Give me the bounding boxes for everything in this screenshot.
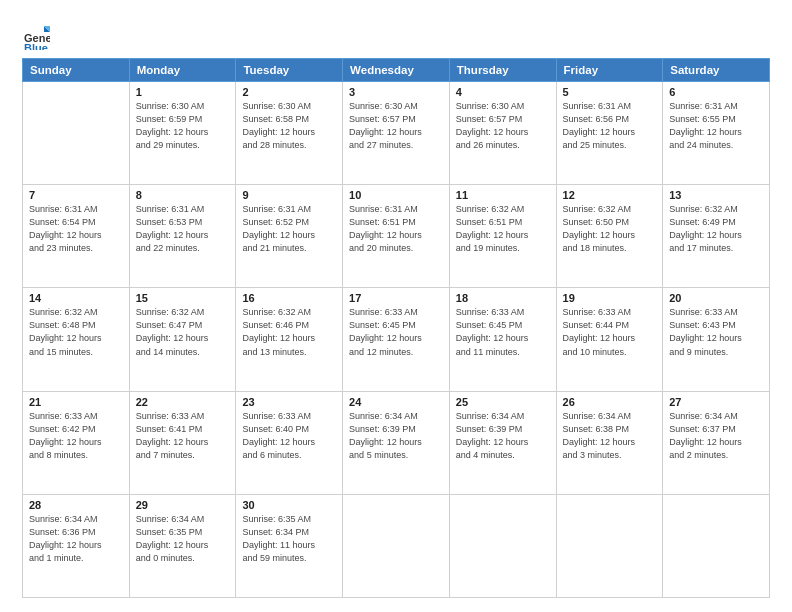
calendar-cell: 22Sunrise: 6:33 AM Sunset: 6:41 PM Dayli… — [129, 391, 236, 494]
day-number: 7 — [29, 189, 123, 201]
calendar-cell: 14Sunrise: 6:32 AM Sunset: 6:48 PM Dayli… — [23, 288, 130, 391]
day-info: Sunrise: 6:33 AM Sunset: 6:40 PM Dayligh… — [242, 410, 336, 462]
calendar-cell: 8Sunrise: 6:31 AM Sunset: 6:53 PM Daylig… — [129, 185, 236, 288]
day-info: Sunrise: 6:33 AM Sunset: 6:44 PM Dayligh… — [563, 306, 657, 358]
day-info: Sunrise: 6:31 AM Sunset: 6:51 PM Dayligh… — [349, 203, 443, 255]
week-row-2: 7Sunrise: 6:31 AM Sunset: 6:54 PM Daylig… — [23, 185, 770, 288]
day-info: Sunrise: 6:32 AM Sunset: 6:49 PM Dayligh… — [669, 203, 763, 255]
day-info: Sunrise: 6:31 AM Sunset: 6:54 PM Dayligh… — [29, 203, 123, 255]
weekday-header-tuesday: Tuesday — [236, 59, 343, 82]
day-number: 3 — [349, 86, 443, 98]
day-number: 16 — [242, 292, 336, 304]
day-number: 4 — [456, 86, 550, 98]
weekday-header-monday: Monday — [129, 59, 236, 82]
day-number: 9 — [242, 189, 336, 201]
calendar-cell: 26Sunrise: 6:34 AM Sunset: 6:38 PM Dayli… — [556, 391, 663, 494]
day-number: 28 — [29, 499, 123, 511]
day-info: Sunrise: 6:31 AM Sunset: 6:56 PM Dayligh… — [563, 100, 657, 152]
day-number: 19 — [563, 292, 657, 304]
calendar-cell: 24Sunrise: 6:34 AM Sunset: 6:39 PM Dayli… — [343, 391, 450, 494]
day-number: 14 — [29, 292, 123, 304]
day-info: Sunrise: 6:33 AM Sunset: 6:43 PM Dayligh… — [669, 306, 763, 358]
day-info: Sunrise: 6:31 AM Sunset: 6:52 PM Dayligh… — [242, 203, 336, 255]
day-number: 21 — [29, 396, 123, 408]
day-info: Sunrise: 6:34 AM Sunset: 6:36 PM Dayligh… — [29, 513, 123, 565]
day-number: 15 — [136, 292, 230, 304]
weekday-header-sunday: Sunday — [23, 59, 130, 82]
calendar-cell — [343, 494, 450, 597]
svg-text:Blue: Blue — [24, 42, 48, 50]
weekday-header-saturday: Saturday — [663, 59, 770, 82]
day-info: Sunrise: 6:30 AM Sunset: 6:59 PM Dayligh… — [136, 100, 230, 152]
day-info: Sunrise: 6:32 AM Sunset: 6:47 PM Dayligh… — [136, 306, 230, 358]
day-number: 11 — [456, 189, 550, 201]
day-info: Sunrise: 6:32 AM Sunset: 6:46 PM Dayligh… — [242, 306, 336, 358]
calendar-cell: 7Sunrise: 6:31 AM Sunset: 6:54 PM Daylig… — [23, 185, 130, 288]
day-info: Sunrise: 6:34 AM Sunset: 6:39 PM Dayligh… — [456, 410, 550, 462]
weekday-header-thursday: Thursday — [449, 59, 556, 82]
calendar-cell: 11Sunrise: 6:32 AM Sunset: 6:51 PM Dayli… — [449, 185, 556, 288]
day-info: Sunrise: 6:34 AM Sunset: 6:35 PM Dayligh… — [136, 513, 230, 565]
day-info: Sunrise: 6:33 AM Sunset: 6:41 PM Dayligh… — [136, 410, 230, 462]
day-number: 13 — [669, 189, 763, 201]
day-number: 17 — [349, 292, 443, 304]
calendar-cell: 10Sunrise: 6:31 AM Sunset: 6:51 PM Dayli… — [343, 185, 450, 288]
week-row-5: 28Sunrise: 6:34 AM Sunset: 6:36 PM Dayli… — [23, 494, 770, 597]
day-number: 6 — [669, 86, 763, 98]
calendar-cell: 30Sunrise: 6:35 AM Sunset: 6:34 PM Dayli… — [236, 494, 343, 597]
calendar-cell: 27Sunrise: 6:34 AM Sunset: 6:37 PM Dayli… — [663, 391, 770, 494]
logo: General Blue — [22, 22, 54, 50]
day-info: Sunrise: 6:31 AM Sunset: 6:53 PM Dayligh… — [136, 203, 230, 255]
calendar-cell: 4Sunrise: 6:30 AM Sunset: 6:57 PM Daylig… — [449, 82, 556, 185]
day-number: 12 — [563, 189, 657, 201]
calendar-cell: 1Sunrise: 6:30 AM Sunset: 6:59 PM Daylig… — [129, 82, 236, 185]
calendar-cell: 3Sunrise: 6:30 AM Sunset: 6:57 PM Daylig… — [343, 82, 450, 185]
day-number: 23 — [242, 396, 336, 408]
calendar-cell: 20Sunrise: 6:33 AM Sunset: 6:43 PM Dayli… — [663, 288, 770, 391]
calendar-cell: 25Sunrise: 6:34 AM Sunset: 6:39 PM Dayli… — [449, 391, 556, 494]
calendar-cell: 16Sunrise: 6:32 AM Sunset: 6:46 PM Dayli… — [236, 288, 343, 391]
day-number: 27 — [669, 396, 763, 408]
logo-icon: General Blue — [22, 22, 50, 50]
day-number: 29 — [136, 499, 230, 511]
day-info: Sunrise: 6:34 AM Sunset: 6:37 PM Dayligh… — [669, 410, 763, 462]
day-number: 20 — [669, 292, 763, 304]
day-number: 22 — [136, 396, 230, 408]
calendar-cell — [556, 494, 663, 597]
calendar-cell: 13Sunrise: 6:32 AM Sunset: 6:49 PM Dayli… — [663, 185, 770, 288]
calendar-cell: 2Sunrise: 6:30 AM Sunset: 6:58 PM Daylig… — [236, 82, 343, 185]
calendar-cell: 9Sunrise: 6:31 AM Sunset: 6:52 PM Daylig… — [236, 185, 343, 288]
day-info: Sunrise: 6:34 AM Sunset: 6:39 PM Dayligh… — [349, 410, 443, 462]
calendar-cell: 5Sunrise: 6:31 AM Sunset: 6:56 PM Daylig… — [556, 82, 663, 185]
day-number: 2 — [242, 86, 336, 98]
calendar-cell: 21Sunrise: 6:33 AM Sunset: 6:42 PM Dayli… — [23, 391, 130, 494]
day-number: 5 — [563, 86, 657, 98]
calendar-cell — [23, 82, 130, 185]
calendar-cell: 6Sunrise: 6:31 AM Sunset: 6:55 PM Daylig… — [663, 82, 770, 185]
calendar-cell — [663, 494, 770, 597]
calendar-cell: 28Sunrise: 6:34 AM Sunset: 6:36 PM Dayli… — [23, 494, 130, 597]
calendar-cell: 17Sunrise: 6:33 AM Sunset: 6:45 PM Dayli… — [343, 288, 450, 391]
day-number: 10 — [349, 189, 443, 201]
calendar-cell: 18Sunrise: 6:33 AM Sunset: 6:45 PM Dayli… — [449, 288, 556, 391]
day-info: Sunrise: 6:33 AM Sunset: 6:42 PM Dayligh… — [29, 410, 123, 462]
week-row-3: 14Sunrise: 6:32 AM Sunset: 6:48 PM Dayli… — [23, 288, 770, 391]
day-info: Sunrise: 6:32 AM Sunset: 6:50 PM Dayligh… — [563, 203, 657, 255]
day-number: 26 — [563, 396, 657, 408]
day-info: Sunrise: 6:35 AM Sunset: 6:34 PM Dayligh… — [242, 513, 336, 565]
day-info: Sunrise: 6:34 AM Sunset: 6:38 PM Dayligh… — [563, 410, 657, 462]
day-number: 25 — [456, 396, 550, 408]
week-row-1: 1Sunrise: 6:30 AM Sunset: 6:59 PM Daylig… — [23, 82, 770, 185]
weekday-header-friday: Friday — [556, 59, 663, 82]
day-info: Sunrise: 6:30 AM Sunset: 6:57 PM Dayligh… — [349, 100, 443, 152]
day-info: Sunrise: 6:30 AM Sunset: 6:57 PM Dayligh… — [456, 100, 550, 152]
day-info: Sunrise: 6:32 AM Sunset: 6:51 PM Dayligh… — [456, 203, 550, 255]
weekday-header-wednesday: Wednesday — [343, 59, 450, 82]
day-number: 1 — [136, 86, 230, 98]
day-number: 30 — [242, 499, 336, 511]
day-number: 18 — [456, 292, 550, 304]
weekday-header-row: SundayMondayTuesdayWednesdayThursdayFrid… — [23, 59, 770, 82]
calendar-cell: 12Sunrise: 6:32 AM Sunset: 6:50 PM Dayli… — [556, 185, 663, 288]
calendar-cell: 15Sunrise: 6:32 AM Sunset: 6:47 PM Dayli… — [129, 288, 236, 391]
day-info: Sunrise: 6:31 AM Sunset: 6:55 PM Dayligh… — [669, 100, 763, 152]
